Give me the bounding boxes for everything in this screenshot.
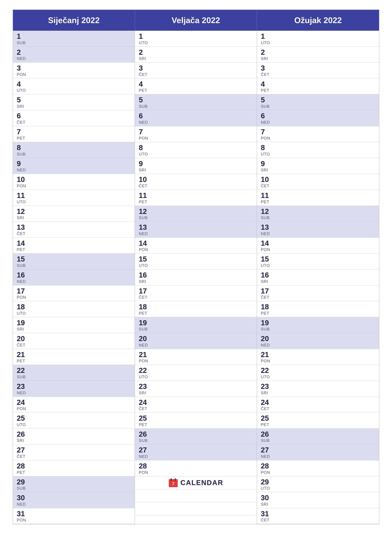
day-cell: 12 SRI (13, 206, 135, 222)
day-number: 6 (261, 112, 375, 120)
day-name: UTO (139, 40, 253, 45)
day-cell: 12 SUB (257, 206, 379, 222)
day-name: PET (261, 422, 375, 427)
day-number: 24 (261, 398, 375, 406)
day-name: PET (139, 88, 253, 93)
day-name: SUB (261, 104, 375, 109)
day-cell: 2 SRI (257, 47, 379, 63)
day-number: 22 (139, 366, 253, 374)
day-name: NED (139, 343, 253, 348)
day-number: 26 (17, 430, 131, 438)
day-name: PET (261, 88, 375, 93)
day-number: 6 (139, 112, 253, 120)
day-cell: 10 ČET (257, 174, 379, 190)
day-name: NED (139, 231, 253, 236)
day-number: 19 (17, 319, 131, 327)
day-cell: 22 UTO (135, 365, 257, 381)
day-number: 7 (139, 128, 253, 136)
day-number: 11 (17, 191, 131, 199)
day-number: 3 (139, 64, 253, 72)
day-name: UTO (261, 486, 375, 491)
day-name: UTO (17, 88, 131, 93)
day-cell: 8 SUB (13, 142, 135, 158)
day-cell: 5 SUB (135, 94, 257, 110)
day-number: 27 (139, 446, 253, 454)
day-number: 19 (139, 319, 253, 327)
day-cell: 18 PET (257, 301, 379, 317)
day-number: 9 (261, 160, 375, 168)
day-name: UTO (261, 40, 375, 45)
day-name: SUB (17, 263, 131, 268)
day-cell: 15 UTO (135, 254, 257, 270)
january-column: 1 SUB 2 NED 3 PON 4 UTO 5 SRI 6 ČET 7 PE… (13, 31, 135, 524)
day-number: 23 (261, 382, 375, 390)
day-cell: 27 NED (257, 445, 379, 460)
calendar-logo-icon: 7 (169, 478, 178, 488)
day-name: PON (139, 470, 253, 475)
day-cell: 13 ČET (13, 222, 135, 238)
day-name: ČET (261, 183, 375, 189)
day-cell: 25 PET (135, 413, 257, 429)
day-cell: 6 ČET (13, 110, 135, 126)
day-number: 3 (261, 64, 375, 72)
day-name: PON (139, 358, 253, 363)
day-name: ČET (17, 454, 131, 459)
empty-cell (135, 502, 257, 515)
day-cell: 26 SRI (13, 429, 135, 445)
day-cell: 27 ČET (13, 445, 135, 460)
day-name: SRI (17, 438, 131, 443)
day-name: NED (17, 279, 131, 284)
day-number: 11 (139, 191, 253, 199)
day-cell: 21 PON (257, 349, 379, 365)
day-number: 8 (261, 144, 375, 152)
day-number: 28 (261, 462, 375, 470)
day-name: UTO (17, 311, 131, 316)
day-number: 16 (261, 271, 375, 279)
day-name: SUB (17, 374, 131, 380)
day-name: UTO (261, 374, 375, 380)
day-cell: 3 ČET (135, 63, 257, 79)
day-cell: 22 SUB (13, 365, 135, 381)
day-name: SRI (261, 279, 375, 284)
day-cell: 1 UTO (257, 31, 379, 47)
day-name: ČET (17, 120, 131, 125)
day-number: 21 (139, 351, 253, 359)
day-number: 5 (139, 96, 253, 104)
day-number: 22 (17, 366, 131, 374)
day-name: NED (261, 231, 375, 236)
svg-rect-3 (171, 478, 172, 481)
day-number: 5 (17, 96, 131, 104)
day-number: 12 (261, 207, 375, 215)
march-column: 1 UTO 2 SRI 3 ČET 4 PET 5 SUB 6 NED 7 PO… (257, 31, 379, 524)
day-cell: 15 SUB (13, 254, 135, 270)
day-cell: 18 PET (135, 301, 257, 317)
day-cell: 11 PET (135, 190, 257, 206)
day-cell: 30 NED (13, 492, 135, 508)
day-cell: 14 PON (257, 238, 379, 254)
day-cell: 20 ČET (13, 333, 135, 349)
day-number: 29 (17, 478, 131, 486)
day-number: 24 (17, 398, 131, 406)
day-number: 14 (139, 239, 253, 247)
day-number: 22 (261, 366, 375, 374)
day-number: 25 (139, 414, 253, 422)
day-number: 17 (17, 287, 131, 295)
day-name: NED (17, 56, 131, 61)
day-name: UTO (139, 374, 253, 380)
day-name: SRI (261, 56, 375, 61)
day-name: SUB (139, 327, 253, 332)
day-number: 4 (17, 80, 131, 88)
day-cell: 21 PON (135, 349, 257, 365)
day-number: 20 (139, 335, 253, 343)
day-name: SRI (17, 104, 131, 109)
header-row: Siječanj 2022 Veljača 2022 Ožujak 2022 (13, 10, 379, 31)
day-cell: 8 UTO (135, 142, 257, 158)
day-name: PET (261, 311, 375, 316)
day-number: 25 (17, 414, 131, 422)
day-number: 2 (261, 48, 375, 56)
day-cell: 29 SUB (13, 476, 135, 492)
day-cell: 29 UTO (257, 476, 379, 492)
day-number: 24 (139, 398, 253, 406)
day-number: 7 (261, 128, 375, 136)
day-cell: 28 PON (135, 460, 257, 476)
